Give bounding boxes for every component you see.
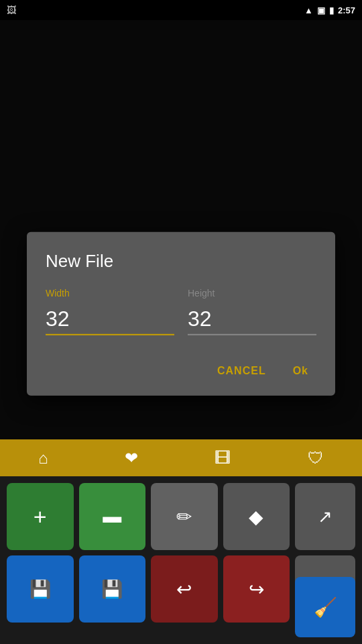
cancel-button[interactable]: CANCEL — [209, 360, 274, 382]
dialog-button-row: CANCEL Ok — [46, 360, 316, 382]
extra-tool-button[interactable]: 🧹 — [295, 577, 355, 637]
battery-icon: ▮ — [329, 5, 334, 15]
nav-home-icon[interactable]: ⌂ — [38, 449, 48, 468]
status-bar: 🖼 ▲ ▣ ▮ 2:57 — [0, 0, 362, 20]
height-input[interactable] — [188, 304, 316, 335]
bottom-area: ⌂ ❤ 🎞 🛡 + ▬ ✏ ◆ ↗ 💾 💾 ↩ ↪ ⊞ — [0, 439, 362, 644]
save-button[interactable]: 💾 — [79, 555, 146, 623]
dialog-title: New File — [46, 251, 316, 272]
remove-layer-button[interactable]: ▬ — [79, 483, 146, 550]
redo-button[interactable]: ↪ — [223, 555, 290, 623]
ok-button[interactable]: Ok — [285, 360, 316, 382]
nav-strip: ⌂ ❤ 🎞 🛡 — [0, 439, 362, 476]
nav-heart-icon[interactable]: ❤ — [125, 449, 138, 468]
wifi-icon: ▲ — [304, 5, 313, 15]
tool-row-1: + ▬ ✏ ◆ ↗ — [7, 483, 355, 550]
height-field-group: Height — [188, 288, 316, 335]
width-label: Width — [46, 288, 174, 299]
nav-shield-icon[interactable]: 🛡 — [308, 449, 324, 468]
add-layer-button[interactable]: + — [7, 483, 74, 550]
width-field-group: Width — [46, 288, 174, 335]
undo-button[interactable]: ↩ — [151, 555, 218, 623]
new-file-dialog: New File Width Height CANCEL Ok — [27, 232, 335, 396]
time-display: 2:57 — [338, 5, 355, 15]
status-right: ▲ ▣ ▮ 2:57 — [304, 5, 355, 15]
width-input[interactable] — [46, 304, 174, 335]
signal-icon: ▣ — [317, 5, 325, 15]
brush-button[interactable]: ✏ — [151, 483, 218, 550]
dialog-fields: Width Height — [46, 288, 316, 335]
status-left-icon: 🖼 — [7, 5, 16, 15]
eraser-button[interactable]: ◆ — [223, 483, 290, 550]
height-label: Height — [188, 288, 316, 299]
share-button[interactable]: ↗ — [295, 483, 355, 550]
save-new-button[interactable]: 💾 — [7, 555, 74, 623]
nav-film-icon[interactable]: 🎞 — [215, 449, 231, 468]
